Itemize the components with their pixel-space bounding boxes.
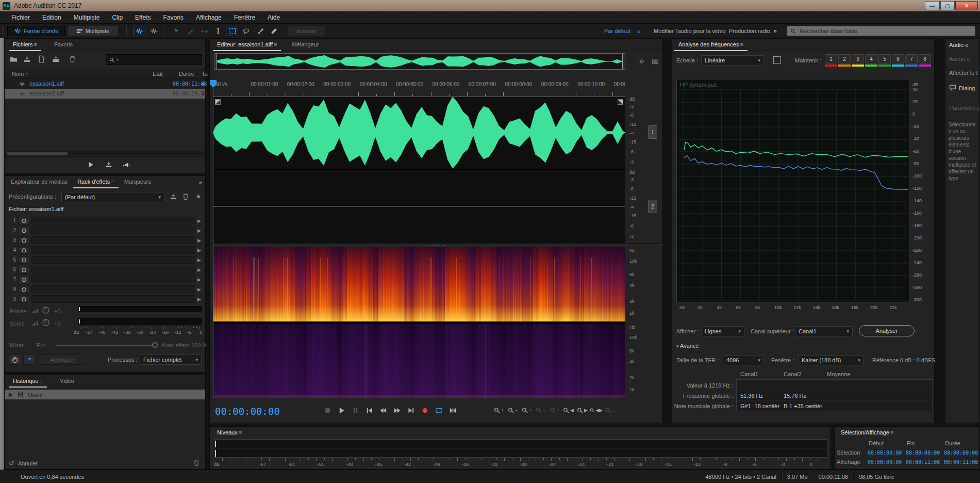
levels-meter[interactable] [214, 439, 827, 458]
slot-power-icon[interactable] [18, 256, 29, 264]
slot-well[interactable] [31, 256, 195, 264]
slot-arrow-icon[interactable]: ▶ [197, 238, 201, 243]
skip-to-end-button[interactable] [405, 405, 417, 415]
undo-label[interactable]: Annuler [18, 460, 38, 466]
import-file-icon[interactable] [23, 55, 31, 63]
zoom-in-full-button[interactable]: + [520, 405, 533, 415]
slot-arrow-icon[interactable]: ▶ [197, 228, 201, 233]
favorite-star-icon[interactable]: ★ [195, 192, 202, 200]
tab-effects-rack[interactable]: Rack d'effets≡ [73, 176, 118, 188]
spectral-display-toggle[interactable] [147, 26, 160, 36]
analyze-button[interactable]: Analyser [859, 325, 915, 336]
workspace-radio[interactable]: Production radio [729, 28, 770, 34]
preset-select[interactable]: (Par défaut)▾ [61, 192, 164, 202]
file-row[interactable]: essaison1.aiff00:00:11:084 [5, 79, 205, 89]
mix-slider-knob[interactable] [152, 342, 158, 348]
selection-timecode-value[interactable]: 00:00:00:00 [868, 459, 902, 465]
loop-playback-icon[interactable] [105, 161, 112, 168]
rewind-button[interactable] [377, 405, 389, 415]
dialog-bubble-icon[interactable] [949, 84, 956, 91]
hold-button-4[interactable]: 4 [865, 54, 877, 63]
menu-clip[interactable]: Clip [106, 14, 129, 21]
close-button[interactable]: ✕ [955, 1, 978, 10]
zoom-navigator[interactable] [214, 53, 625, 70]
tab-video[interactable]: Vidéo [56, 375, 78, 388]
open-file-icon[interactable] [10, 55, 18, 63]
waveform-channel2[interactable] [213, 170, 625, 243]
hold-button-5[interactable]: 5 [878, 54, 891, 63]
fft-size-select[interactable]: 4096▾ [723, 355, 764, 365]
waveform-channel1[interactable] [213, 96, 625, 169]
slot-power-icon[interactable] [18, 246, 29, 254]
selection-timecode-value[interactable]: 00:00:00:00 [868, 450, 902, 456]
window-select[interactable]: Kaiser (180 dB)▾ [798, 355, 864, 365]
workspace-default[interactable]: Par défaut [604, 28, 630, 34]
record-button[interactable] [419, 405, 431, 415]
files-column-header[interactable]: Nom ↑ Etat Durée Ta [5, 69, 205, 79]
file-row[interactable]: essaison2.aiff00:00:29:304 [5, 89, 205, 99]
delete-file-icon[interactable] [69, 55, 76, 63]
slot-power-icon[interactable] [18, 285, 29, 293]
time-selection-tool[interactable]: I [212, 26, 224, 36]
hold-button-8[interactable]: 8 [919, 54, 931, 63]
slot-well[interactable] [31, 217, 195, 224]
play-button[interactable] [335, 405, 347, 415]
tab-frequency-analysis[interactable]: Analyse des fréquences≡ [674, 39, 748, 51]
spectrogram-channel2[interactable] [213, 324, 625, 398]
menu-effets[interactable]: Effets [129, 14, 157, 21]
hold-button-7[interactable]: 7 [905, 54, 918, 63]
zoom-in-left-button[interactable]: ◀ [562, 405, 575, 415]
files-search-input[interactable]: ▾ [106, 54, 202, 65]
output-gain-knob[interactable] [42, 318, 50, 327]
slot-power-icon[interactable] [18, 227, 29, 234]
panel-menu-icon[interactable]: ≡ [890, 429, 893, 436]
menu-multipiste[interactable]: Multipiste [68, 14, 106, 21]
slot-arrow-icon[interactable]: ▶ [197, 287, 201, 292]
slot-arrow-icon[interactable]: ▶ [197, 297, 201, 302]
effect-slot-4[interactable]: 4▶ [9, 246, 201, 254]
undo-icon[interactable]: ↺ [9, 459, 14, 467]
skip-to-start-button[interactable] [363, 405, 375, 415]
spot-healing-brush-tool[interactable] [268, 26, 280, 36]
slip-tool[interactable] [198, 26, 210, 36]
paintbrush-selection-tool[interactable] [254, 26, 266, 36]
panel-menu-icon[interactable]: ≡ [274, 41, 277, 47]
slot-well[interactable] [31, 227, 195, 234]
timeline-ruler[interactable]: 50 i/s 00:00:01:0000:00:02:0000:00:03:00… [213, 80, 625, 96]
delete-history-icon[interactable] [193, 459, 200, 466]
multitrack-view-button[interactable]: Multipiste [67, 26, 119, 36]
save-preset-icon[interactable] [170, 193, 177, 200]
help-search-box[interactable]: Rechercher dans l'aide [787, 26, 975, 36]
zoom-full-button[interactable]: □ [604, 405, 617, 415]
timecode-display[interactable]: 00:00:00:00 [215, 406, 280, 417]
stop-button[interactable] [321, 405, 334, 415]
selection-timecode-value[interactable]: 00:00:11:08 [906, 459, 940, 465]
effect-slot-3[interactable]: 3▶ [9, 236, 201, 245]
panel-menu-icon[interactable]: ≡ [740, 41, 743, 47]
tab-editor[interactable]: Editeur: essaison1.aiff≡ [213, 39, 281, 51]
slot-power-icon[interactable] [18, 236, 29, 244]
menu-fichier[interactable]: Fichier [5, 14, 36, 21]
tab-media-browser[interactable]: Explorateur de médias [7, 176, 72, 188]
toolbar-grip[interactable] [2, 27, 4, 35]
panel-overflow-chevron[interactable]: » [199, 179, 202, 185]
slot-power-icon[interactable] [18, 217, 29, 224]
slot-well[interactable] [31, 236, 195, 244]
loop-playback-button[interactable] [433, 405, 445, 415]
input-gain-knob[interactable] [42, 306, 50, 314]
fade-in-handle[interactable] [215, 99, 221, 105]
slot-well[interactable] [31, 285, 195, 293]
slot-power-icon[interactable] [18, 266, 29, 273]
slot-power-icon[interactable] [18, 295, 29, 303]
slot-power-icon[interactable] [18, 276, 29, 283]
workspace-menu-icon[interactable]: ≡ [637, 28, 640, 34]
spectrogram-channel1[interactable] [213, 247, 625, 321]
panel-menu-icon[interactable]: ≡ [34, 41, 37, 47]
pause-button[interactable] [349, 405, 361, 415]
titlebar[interactable]: Au Adobe Audition CC 2017 — ▢ ✕ [0, 0, 980, 11]
tab-mixer[interactable]: Mélangeur [288, 39, 323, 51]
marquee-selection-tool[interactable] [226, 26, 238, 36]
inverse-button[interactable]: Inverser [288, 26, 326, 36]
waveform-display-toggle[interactable] [133, 26, 145, 36]
zoom-reset-button[interactable]: ○ [548, 405, 561, 415]
